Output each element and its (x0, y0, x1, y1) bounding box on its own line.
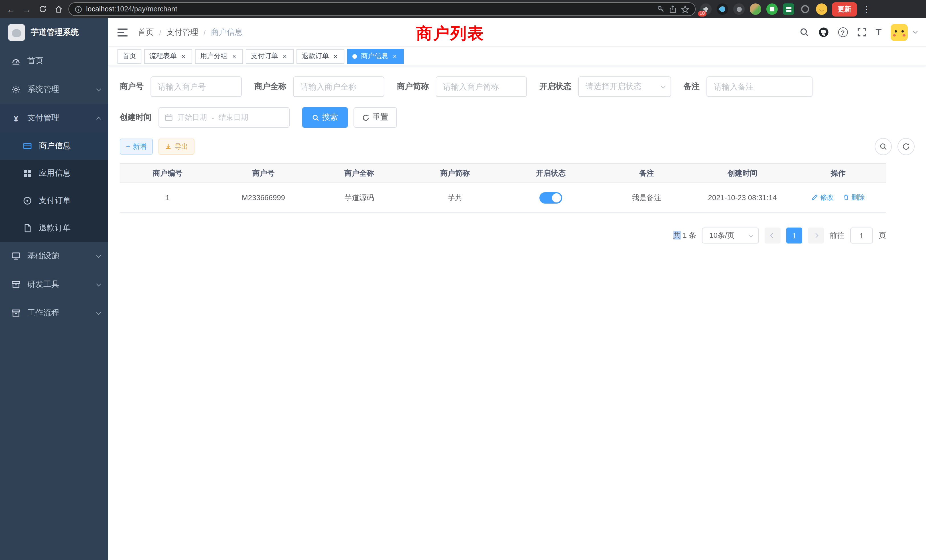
navbar-tools: ? T (799, 24, 917, 41)
tab-close-icon[interactable]: × (391, 53, 399, 60)
help-icon[interactable]: ? (838, 27, 847, 37)
sidebar-item-app-info[interactable]: 应用信息 (0, 160, 108, 187)
tab-close-icon[interactable]: × (230, 53, 238, 60)
merchant-no-input[interactable] (151, 76, 242, 97)
breadcrumb-payment[interactable]: 支付管理 (166, 27, 198, 37)
tab-close-icon[interactable]: × (281, 53, 289, 60)
grid-icon (23, 169, 32, 178)
merchant-name-label: 商户全称 (254, 82, 286, 92)
search-button[interactable]: 搜索 (302, 107, 348, 128)
extension-sheet-icon[interactable] (783, 3, 794, 15)
col-header-name: 商户全称 (311, 163, 407, 183)
breadcrumb-home[interactable]: 首页 (138, 27, 154, 37)
sidebar-item-merchant-info[interactable]: 商户信息 (0, 132, 108, 160)
sidebar-logo[interactable]: 芋道管理系统 (0, 18, 108, 47)
merchant-name-input[interactable] (293, 76, 384, 97)
goto-page-suffix: 页 (879, 230, 886, 241)
reset-button[interactable]: 重置 (354, 107, 397, 128)
gear-icon (11, 85, 21, 94)
extension-green-circle-icon[interactable] (766, 3, 778, 15)
chevron-left-icon (770, 233, 775, 238)
tab-pay-order[interactable]: 支付订单 × (246, 49, 294, 64)
table-row: 1 M233666999 芋道源码 芋艿 我是备注 2021-10-23 08:… (120, 183, 886, 212)
breadcrumb-separator: / (159, 28, 161, 37)
update-button[interactable]: 更新 (832, 2, 857, 16)
sidebar-item-workflow[interactable]: 工作流程 (0, 299, 108, 327)
refresh-table-button[interactable] (897, 138, 915, 155)
col-header-no: 商户号 (216, 163, 311, 183)
delete-link[interactable]: 删除 (843, 193, 865, 203)
page-1-button[interactable]: 1 (786, 227, 802, 244)
extension-github-icon[interactable] (799, 3, 811, 15)
remark-input[interactable] (707, 76, 813, 97)
tab-process-form[interactable]: 流程表单 × (144, 49, 192, 64)
browser-back-button[interactable]: ← (6, 5, 16, 14)
sidebar-item-payment[interactable]: ¥ 支付管理 (0, 104, 108, 132)
font-size-icon[interactable]: T (876, 27, 882, 38)
refresh-icon (902, 142, 910, 151)
create-time-range-picker[interactable]: 开始日期 - 结束日期 (159, 107, 290, 128)
yen-icon: ¥ (11, 113, 21, 123)
extension-smiley-icon[interactable] (816, 3, 828, 15)
search-icon[interactable] (799, 27, 809, 37)
sidebar-item-label: 应用信息 (39, 168, 71, 179)
address-bar[interactable]: localhost:1024/pay/merchant (68, 2, 696, 16)
password-key-icon[interactable] (657, 5, 665, 13)
browser-refresh-button[interactable] (38, 5, 48, 13)
share-icon[interactable] (669, 5, 677, 13)
tab-close-icon[interactable]: × (332, 53, 339, 60)
site-info-icon[interactable] (75, 5, 82, 13)
status-select[interactable]: 请选择开启状态 (578, 76, 671, 97)
prev-page-button[interactable] (765, 227, 781, 244)
extensions-puzzle-icon[interactable]: 10 (700, 3, 712, 15)
page-size-select[interactable]: 10条/页 (702, 227, 759, 244)
browser-forward-button[interactable]: → (22, 5, 32, 14)
sidebar-item-label: 支付管理 (27, 113, 90, 123)
sidebar-item-label: 退款订单 (39, 223, 71, 233)
status-label: 开启状态 (539, 82, 571, 92)
sidebar-item-label: 首页 (27, 56, 100, 66)
sidebar-item-label: 支付订单 (39, 195, 71, 206)
add-button[interactable]: + 新增 (120, 139, 153, 154)
browser-home-button[interactable] (54, 5, 64, 13)
status-toggle[interactable] (539, 192, 562, 203)
tab-close-icon[interactable]: × (180, 53, 187, 60)
next-page-button[interactable] (808, 227, 824, 244)
top-navbar: 首页 / 支付管理 / 商户信息 商户列表 ? (108, 18, 926, 47)
sidebar-item-infrastructure[interactable]: 基础设施 (0, 242, 108, 270)
tab-home[interactable]: 首页 (118, 49, 141, 64)
sidebar-item-label: 商户信息 (39, 141, 71, 151)
bookmark-star-icon[interactable] (681, 5, 689, 14)
chevron-down-icon[interactable] (913, 29, 918, 34)
tab-merchant-info[interactable]: 商户信息 × (347, 49, 404, 64)
fullscreen-icon[interactable] (857, 27, 866, 37)
merchant-no-label: 商户号 (120, 82, 144, 92)
sidebar-toggle-icon[interactable] (118, 27, 129, 38)
chevron-down-icon (749, 232, 754, 237)
extension-avatar-icon[interactable] (750, 3, 761, 15)
extension-drop-icon[interactable] (717, 3, 728, 15)
remark-label: 备注 (684, 82, 700, 92)
pencil-icon (811, 194, 818, 201)
tab-refund-order[interactable]: 退款订单 × (297, 49, 344, 64)
goto-page-input[interactable] (850, 227, 873, 244)
tab-user-group[interactable]: 用户分组 × (195, 49, 243, 64)
sidebar-item-pay-order[interactable]: 支付订单 (0, 187, 108, 215)
plus-icon: + (126, 142, 130, 151)
edit-link[interactable]: 修改 (811, 193, 834, 203)
browser-menu-icon[interactable]: ⋮ (862, 5, 872, 14)
sidebar-item-dev-tools[interactable]: 研发工具 (0, 270, 108, 299)
merchant-short-input[interactable] (436, 76, 527, 97)
toggle-search-button[interactable] (875, 138, 892, 155)
sidebar-item-home[interactable]: 首页 (0, 47, 108, 75)
github-icon[interactable] (818, 27, 829, 38)
sidebar-item-system[interactable]: 系统管理 (0, 75, 108, 104)
browser-extensions: 10 (700, 3, 828, 15)
search-form-row-2: 创建时间 开始日期 - 结束日期 搜索 重置 (120, 107, 926, 128)
avatar[interactable] (891, 24, 908, 41)
sidebar-item-label: 工作流程 (27, 308, 90, 318)
export-button[interactable]: 导出 (159, 139, 194, 154)
extension-dark-icon[interactable] (733, 3, 745, 15)
sidebar-item-refund-order[interactable]: 退款订单 (0, 215, 108, 242)
workflow-icon (11, 309, 21, 318)
